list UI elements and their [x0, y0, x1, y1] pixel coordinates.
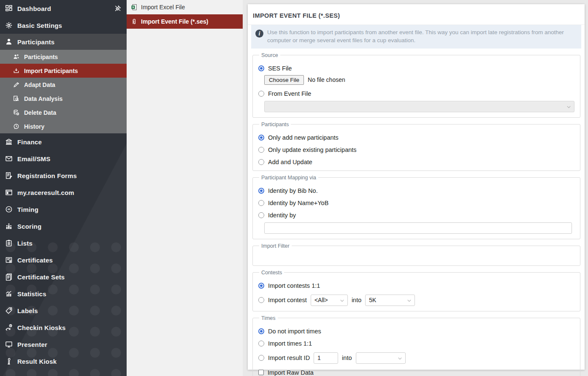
sidebar-item-statistics[interactable]: Statistics — [0, 285, 127, 302]
result-id-input[interactable] — [314, 352, 338, 364]
contest-target-select[interactable]: 5K — [365, 295, 415, 306]
sidebar-item-lists[interactable]: Lists — [0, 235, 127, 252]
finance-icon — [5, 138, 13, 146]
identity-custom-radio[interactable] — [258, 212, 264, 218]
choose-file-button[interactable]: Choose File — [264, 75, 304, 85]
sidebar-item-timing[interactable]: 45 Timing — [0, 201, 127, 218]
contests-fieldset: Contests Import contests 1:1 Import cont… — [252, 270, 580, 311]
import-contests-11-label: Import contests 1:1 — [268, 282, 320, 289]
sidebar-item-participants-group[interactable]: Participants — [0, 34, 127, 50]
sidebar-item-result-kiosk[interactable]: Result Kiosk — [0, 353, 127, 370]
sidebar-item-label: Participants — [17, 38, 54, 46]
sidebar-subitem-label: Adapt Data — [24, 81, 55, 88]
import-event-file-card: IMPORT EVENT FILE (*.SES) i Use this fun… — [248, 4, 585, 370]
sidebar-subitem-delete-data[interactable]: Delete Data — [0, 105, 127, 119]
only-add-new-label: Only add new participants — [268, 134, 339, 141]
into-label: into — [342, 354, 352, 361]
do-not-import-times-option[interactable]: Do not import times — [258, 328, 574, 335]
sidebar-subitem-adapt-data[interactable]: Adapt Data — [0, 78, 127, 92]
identity-bib-radio[interactable] — [258, 188, 264, 194]
sidebar-item-checkin-kiosks[interactable]: Checkin Kiosks — [0, 319, 127, 336]
secondary-nav: Import Excel File Import Event File (*.s… — [127, 0, 243, 376]
import-filter-fieldset: Import Filter — [252, 243, 580, 266]
sidebar-subitem-import-participants[interactable]: Import Participants — [0, 64, 127, 78]
import-raw-data-option[interactable]: Import Raw Data — [258, 369, 574, 376]
add-and-update-label: Add and Update — [268, 159, 312, 165]
import-contests-11-option[interactable]: Import contests 1:1 — [258, 282, 574, 289]
subnav-item-label: Import Event File (*.ses) — [141, 18, 208, 25]
into-label: into — [352, 297, 361, 303]
sidebar-item-presenter[interactable]: Presenter — [0, 336, 127, 353]
identity-name-yob-radio[interactable] — [258, 200, 264, 206]
contest-source-select[interactable]: <All> — [311, 295, 348, 306]
checkin-kiosks-icon — [5, 324, 13, 331]
import-contest-option[interactable]: Import contest <All> into 5K — [258, 295, 574, 306]
ses-file-option[interactable]: SES File — [258, 65, 574, 72]
identity-custom-option[interactable]: Identity by — [258, 212, 574, 219]
sidebar-item-basic-settings[interactable]: Basic Settings — [0, 17, 127, 34]
add-and-update-radio[interactable] — [258, 159, 264, 165]
my-raceresult-icon — [5, 189, 13, 196]
sidebar-subitem-participants[interactable]: Participants — [0, 50, 127, 64]
sidebar-subitem-label: Import Participants — [24, 68, 78, 74]
sidebar-item-scoring[interactable]: Scoring — [0, 218, 127, 235]
certificate-sets-icon — [5, 273, 13, 281]
times-fieldset: Times Do not import times Import times 1… — [252, 315, 580, 376]
identity-field-input[interactable] — [264, 222, 572, 234]
import-result-id-radio[interactable] — [258, 355, 264, 361]
do-not-import-times-label: Do not import times — [268, 328, 321, 335]
participants-submenu: Participants Import Participants Adapt D… — [0, 50, 127, 133]
sidebar-item-certificates[interactable]: Certificates — [0, 252, 127, 268]
only-update-existing-option[interactable]: Only update existing participants — [258, 146, 574, 153]
only-add-new-option[interactable]: Only add new participants — [258, 134, 574, 141]
do-not-import-times-radio[interactable] — [258, 328, 264, 334]
from-event-file-label: From Event File — [268, 90, 311, 97]
sidebar-item-label: Checkin Kiosks — [17, 324, 66, 331]
certificates-icon — [5, 256, 13, 264]
sidebar-item-label: Certificate Sets — [17, 273, 65, 281]
chevron-down-icon — [397, 355, 403, 362]
result-target-select[interactable] — [356, 352, 406, 364]
import-result-id-option[interactable]: Import result ID into — [258, 352, 574, 364]
import-times-11-option[interactable]: Import times 1:1 — [258, 340, 574, 347]
ses-file-radio[interactable] — [258, 65, 264, 71]
sidebar-item-certificate-sets[interactable]: Certificate Sets — [0, 268, 127, 285]
sidebar-item-label: Result Kiosk — [17, 358, 57, 365]
email-icon — [5, 155, 13, 162]
subnav-item-import-event-file[interactable]: Import Event File (*.ses) — [127, 14, 243, 29]
sidebar-item-dashboard[interactable]: Dashboard — [0, 0, 127, 17]
subnav-item-import-excel-file[interactable]: Import Excel File — [127, 0, 243, 14]
only-add-new-radio[interactable] — [258, 135, 264, 141]
identity-name-yob-option[interactable]: Identity by Name+YoB — [258, 200, 574, 206]
sidebar-item-label: Basic Settings — [17, 22, 62, 29]
sidebar-item-finance[interactable]: Finance — [0, 133, 127, 150]
import-raw-data-checkbox[interactable] — [258, 370, 264, 375]
sidebar-item-registration-forms[interactable]: Registration Forms — [0, 167, 127, 184]
sidebar-subitem-data-analysis[interactable]: Data Analysis — [0, 92, 127, 105]
chevron-down-icon — [566, 104, 572, 110]
sidebar-item-label: Finance — [17, 138, 42, 146]
info-text: Use this function to import participants… — [267, 29, 577, 45]
sidebar-subitem-history[interactable]: History — [0, 119, 127, 133]
sidebar-subitem-label: Participants — [24, 54, 58, 60]
registration-forms-icon — [5, 172, 13, 179]
no-file-chosen-text: No file chosen — [308, 76, 345, 83]
sidebar-item-email-sms[interactable]: Email/SMS — [0, 150, 127, 167]
import-contest-radio[interactable] — [258, 297, 264, 303]
times-legend: Times — [259, 315, 278, 321]
import-filter-input[interactable] — [258, 251, 574, 260]
sidebar-nav: Dashboard Basic Settings Participants Pa… — [0, 0, 127, 370]
import-times-11-radio[interactable] — [258, 341, 264, 346]
sidebar-item-label: Lists — [17, 240, 33, 247]
from-event-file-radio[interactable] — [258, 91, 264, 97]
only-update-existing-radio[interactable] — [258, 147, 264, 153]
add-and-update-option[interactable]: Add and Update — [258, 159, 574, 165]
import-contests-11-radio[interactable] — [258, 283, 264, 289]
unpin-icon[interactable] — [114, 5, 122, 12]
sidebar-item-labels[interactable]: Labels — [0, 302, 127, 319]
event-file-select[interactable] — [264, 101, 574, 112]
sidebar-item-my-raceresult[interactable]: my.raceresult.com — [0, 184, 127, 201]
contest-target-select-value: 5K — [369, 297, 376, 303]
identity-bib-option[interactable]: Identity by Bib No. — [258, 187, 574, 194]
from-event-file-option[interactable]: From Event File — [258, 90, 574, 97]
